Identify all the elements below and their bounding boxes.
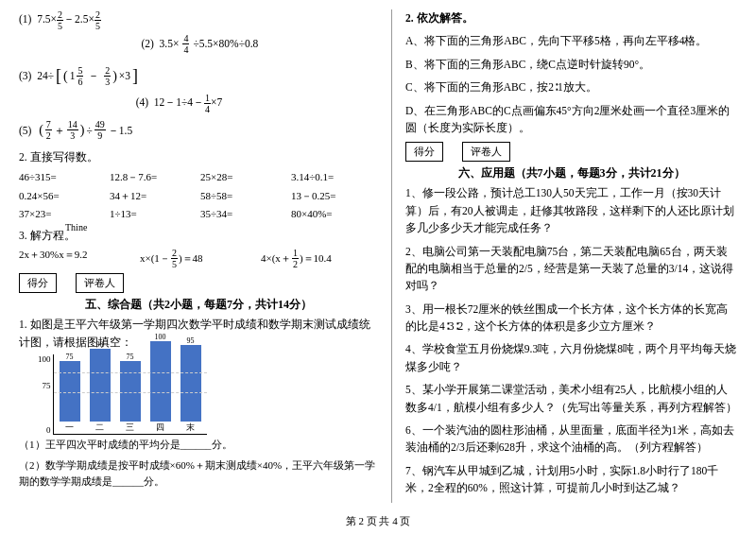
dc-8: 13－0.25=: [291, 188, 378, 205]
dc-12: 80×40%=: [291, 206, 378, 223]
dc-10: 1÷13=: [110, 206, 197, 223]
calc-5: (5) ( 72 ＋ 143 ) ÷ 499 －1.5: [19, 118, 378, 142]
dc-4: 3.14÷0.1=: [291, 169, 378, 186]
section5-q1b: （2）数学学期成绩是按平时成绩×60%＋期末测成绩×40%，王平六年级第一学期的…: [19, 457, 378, 491]
bar-chart-container: 100 75 0 75 一 90: [38, 354, 378, 435]
calc-1: (1) 7.5×25－2.5×25: [19, 9, 378, 31]
section2-title: 2. 依次解答。: [405, 9, 737, 26]
eq-3: 4×(x＋12)＝10.4: [261, 248, 378, 269]
bar-2-label: 二: [95, 422, 104, 434]
app-q7: 7、钢汽车从甲城到乙城，计划用5小时，实际1.8小时行了180千米，2全程的60…: [405, 462, 737, 497]
score-box-right: 得分: [405, 142, 443, 162]
right-column: 2. 依次解答。 A、将下面的三角形ABC，先向下平移5格，再向左平移4格。 B…: [405, 9, 737, 503]
calc-3: (3) 24÷ [ ( 156 － 23 ) ×3 ]: [19, 60, 378, 91]
app-q4: 4、学校食堂五月份烧煤9.3吨，六月份烧煤8吨，两个月平均每天烧煤多少吨？: [405, 340, 737, 375]
left-column: (1) 7.5×25－2.5×25 (2) 3.5×44÷5.5×80%÷0.8…: [19, 9, 378, 503]
section2-c: C、将下面的三角形ABC，按2∶1放大。: [405, 78, 737, 95]
direct-section: 2. 直接写得数。 46÷315= 12.8－7.6= 25×28= 3.14÷…: [19, 148, 378, 223]
bar-5-rect: [180, 345, 201, 422]
bar-2: 90 二: [90, 340, 111, 434]
page: (1) 7.5×25－2.5×25 (2) 3.5×44÷5.5×80%÷0.8…: [0, 0, 756, 534]
bar-4-rect: [150, 341, 171, 422]
dc-2: 12.8－7.6=: [110, 169, 197, 186]
calc-4: (4) 12－1÷4－14×7: [19, 93, 378, 114]
dc-6: 34＋12=: [110, 188, 197, 205]
grid-line-75: [54, 372, 207, 373]
bar-1-rect: [60, 361, 80, 422]
app-q3: 3、用一根长72厘米的铁丝围成一个长方体，这个长方体的长宽高的比是4∶3∶2，这…: [405, 301, 737, 336]
dc-3: 25×28=: [200, 169, 287, 186]
bar-5-val: 95: [187, 336, 195, 345]
page-footer: 第 2 页 共 4 页: [0, 514, 756, 528]
score-reviewer-right: 得分 评卷人: [405, 142, 737, 162]
section2-a: A、将下面的三角形ABC，先向下平移5格，再向左平移4格。: [405, 32, 737, 49]
y-0: 0: [38, 425, 51, 435]
eq-1: 2x＋30%x＝9.2: [19, 248, 136, 269]
y-axis: 100 75 0: [38, 354, 53, 435]
bar-3-rect: [120, 361, 141, 422]
dc-9: 37×23=: [19, 206, 106, 223]
direct-calc-grid: 46÷315= 12.8－7.6= 25×28= 3.14÷0.1= 0.24×…: [19, 169, 378, 223]
section6-title: 六、应用题（共7小题，每题3分，共计21分）: [405, 165, 737, 181]
thine-label: Thine: [65, 222, 87, 233]
calc-problems: (1) 7.5×25－2.5×25 (2) 3.5×44÷5.5×80%÷0.8…: [19, 9, 378, 143]
reviewer-box-left: 评卷人: [76, 273, 124, 293]
bar-4-label: 四: [156, 422, 164, 434]
app-q6: 6、一个装汽油的圆柱形油桶，从里面量，底面半径为1米，高如去装油桶的2/3后还剩…: [405, 422, 737, 456]
app-q2: 2、电脑公司第一天装配电脑75台，第二天装配电脑65台，两天装配的电脑相当于总量…: [405, 243, 737, 295]
section5-q1a: （1）王平四次平时成绩的平均分是______分。: [19, 437, 378, 454]
bar-4: 100 四: [150, 333, 171, 434]
vertical-divider: [391, 9, 392, 503]
bar-3-label: 三: [126, 422, 134, 434]
reviewer-box-right: 评卷人: [462, 142, 510, 162]
bar-2-val: 90: [96, 340, 104, 349]
bar-1-label: 一: [65, 422, 74, 434]
score-reviewer-left: 得分 评卷人: [19, 273, 378, 293]
section2-d: D、在三角形ABC的C点画偏东45°方向2厘米处画一个直径3厘米的圆（长度为实际…: [405, 102, 737, 137]
bar-2-rect: [90, 349, 111, 422]
dc-11: 35÷34=: [200, 206, 287, 223]
solve-eq-grid: 2x＋30%x＝9.2 x×(1－25)＝48 4×(x＋12)＝10.4: [19, 248, 378, 269]
app-q5: 5、某小学开展第二课堂活动，美术小组有25人，比航模小组的人数多4/1，航模小组…: [405, 381, 737, 416]
section2-b: B、将下面的三角形ABC，绕C点逆时针旋转90°。: [405, 56, 737, 73]
section2-right: 2. 依次解答。 A、将下面的三角形ABC，先向下平移5格，再向左平移4格。 B…: [405, 9, 737, 136]
bar-4-val: 100: [155, 333, 166, 341]
bar-5-label: 末: [186, 422, 195, 434]
y-75: 75: [38, 381, 51, 390]
solve-section: 3. 解方程。 2x＋30%x＝9.2 x×(1－25)＝48 4×(x＋12)…: [19, 227, 378, 269]
bar-1-val: 75: [66, 353, 74, 361]
bar-chart: 75 一 90 二 75 三 100: [53, 354, 207, 435]
bar-5: 95 末: [180, 336, 201, 434]
section5-title: 五、综合题（共2小题，每题7分，共计14分）: [19, 297, 378, 313]
bar-3-val: 75: [127, 353, 134, 361]
grid-line-50: [54, 392, 207, 393]
app-q1: 1、修一段公路，预计总工130人50天完工，工作一月（按30天计算）后，有20人…: [405, 184, 737, 236]
dc-1: 46÷315=: [19, 169, 106, 186]
eq-2: x×(1－25)＝48: [140, 248, 257, 269]
dc-5: 0.24×56=: [19, 188, 106, 205]
y-100: 100: [38, 354, 51, 364]
score-box-left: 得分: [19, 273, 57, 293]
calc-2: (2) 3.5×44÷5.5×80%÷0.8: [19, 33, 378, 55]
direct-title: 2. 直接写得数。: [19, 148, 378, 165]
dc-7: 58÷58=: [200, 188, 287, 205]
